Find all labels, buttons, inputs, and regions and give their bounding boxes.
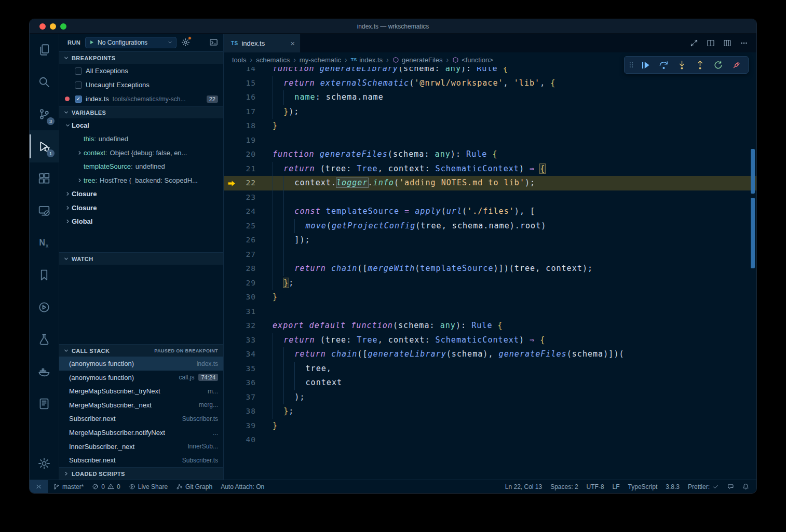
gutter[interactable]: 37 xyxy=(224,390,273,405)
gutter[interactable]: 16 xyxy=(224,90,273,105)
debug-console-button[interactable] xyxy=(209,38,218,47)
gutter[interactable]: 23 xyxy=(224,190,273,205)
code-line-35[interactable]: 35 tree, xyxy=(224,362,756,376)
status-cursor-position[interactable]: Ln 22, Col 13 xyxy=(501,480,546,493)
code-line-26[interactable]: 26 ]); xyxy=(224,233,756,248)
code-text[interactable]: name: schema.name xyxy=(273,90,756,105)
minimize-window-button[interactable] xyxy=(50,23,56,30)
stack-frame-row[interactable]: MergeMapSubscriber.notifyNext... xyxy=(59,426,223,440)
code-text[interactable]: context.logger.info('adding NOTES.md to … xyxy=(273,176,756,190)
stack-frame-row[interactable]: Subscriber.nextSubscriber.ts xyxy=(59,412,223,426)
code-line-33[interactable]: 33 return (tree: Tree, context: Schemati… xyxy=(224,333,756,348)
drag-handle-icon[interactable] xyxy=(627,59,635,71)
code-text[interactable]: return chain([mergeWith(templateSource)]… xyxy=(273,262,756,276)
gutter[interactable]: 29 xyxy=(224,276,273,291)
code-text[interactable]: }; xyxy=(273,276,756,291)
code-line-17[interactable]: 17 }); xyxy=(224,105,756,119)
code-line-36[interactable]: 36 context xyxy=(224,376,756,390)
gutter[interactable]: 30 xyxy=(224,290,273,305)
variable-row[interactable]: this:undefined xyxy=(59,132,223,146)
status-indentation[interactable]: Spaces: 2 xyxy=(546,480,582,493)
more-actions-button[interactable] xyxy=(737,36,751,50)
code-text[interactable]: ]); xyxy=(273,233,756,248)
code-text[interactable]: return (tree: Tree, context: SchematicCo… xyxy=(273,333,756,348)
activity-live-share[interactable] xyxy=(30,291,59,323)
step-into-button[interactable] xyxy=(673,57,691,73)
code-line-16[interactable]: 16 name: schema.name xyxy=(224,90,756,105)
status-feedback[interactable] xyxy=(723,480,738,493)
activity-docker[interactable] xyxy=(30,356,59,388)
gutter[interactable]: 27 xyxy=(224,248,273,262)
gutter[interactable]: 22 xyxy=(224,176,273,190)
debug-settings-button[interactable] xyxy=(181,38,190,47)
watch-header[interactable]: WATCH xyxy=(59,252,223,265)
status-git-branch[interactable]: master* xyxy=(49,480,88,493)
stack-frame-row[interactable]: MergeMapSubscriber._tryNextm... xyxy=(59,384,223,398)
breakpoint-row[interactable]: ✓index.tstools/schematics/my-sch...22 xyxy=(59,92,223,106)
zoom-window-button[interactable] xyxy=(60,23,66,30)
stack-frame-row[interactable]: (anonymous function)call.js74:24 xyxy=(59,371,223,385)
code-text[interactable]: } xyxy=(273,419,756,433)
code-line-38[interactable]: 38 }; xyxy=(224,404,756,419)
code-text[interactable]: } xyxy=(273,290,756,305)
variable-scope-row[interactable]: Local xyxy=(59,118,223,132)
status-typescript-version[interactable]: 3.8.3 xyxy=(661,480,684,493)
gutter[interactable]: 14 xyxy=(224,67,273,76)
launch-config-dropdown[interactable]: No Configurations xyxy=(85,37,177,48)
stack-frame-row[interactable]: InnerSubscriber._nextInnerSub... xyxy=(59,440,223,454)
variable-scope-row[interactable]: Closure xyxy=(59,187,223,201)
variable-row[interactable]: context:Object {debug: false, en... xyxy=(59,146,223,160)
code-line-15[interactable]: 15 return externalSchematic('@nrwl/works… xyxy=(224,76,756,91)
status-eol[interactable]: LF xyxy=(608,480,624,493)
breadcrumb-item[interactable]: generateFiles xyxy=(392,56,443,64)
gutter[interactable]: 28 xyxy=(224,262,273,276)
variable-row[interactable]: templateSource:undefined xyxy=(59,160,223,174)
code-line-40[interactable]: 40 xyxy=(224,433,756,447)
code-line-37[interactable]: 37 ); xyxy=(224,390,756,405)
gutter[interactable]: 35 xyxy=(224,362,273,376)
code-line-18[interactable]: 18} xyxy=(224,119,756,133)
status-git-graph[interactable]: Git Graph xyxy=(172,480,216,493)
gutter[interactable]: 25 xyxy=(224,219,273,234)
tab-index-ts[interactable]: TS index.ts × xyxy=(224,34,301,52)
code-text[interactable]: return (tree: Tree, context: SchematicCo… xyxy=(273,162,756,176)
code-line-32[interactable]: 32export default function(schema: any): … xyxy=(224,319,756,333)
close-tab-icon[interactable]: × xyxy=(290,39,295,47)
code-text[interactable] xyxy=(273,248,756,262)
gutter[interactable]: 34 xyxy=(224,347,273,362)
activity-manage[interactable] xyxy=(30,447,59,480)
gutter[interactable]: 15 xyxy=(224,76,273,91)
code-text[interactable]: ); xyxy=(273,390,756,405)
gutter[interactable]: 32 xyxy=(224,319,273,333)
status-auto-attach[interactable]: Auto Attach: On xyxy=(216,480,268,493)
code-text[interactable] xyxy=(273,305,756,319)
continue-button[interactable] xyxy=(636,57,655,73)
code-line-22[interactable]: 22 context.logger.info('adding NOTES.md … xyxy=(224,176,756,190)
code-line-23[interactable]: 23 xyxy=(224,190,756,205)
close-window-button[interactable] xyxy=(39,23,46,30)
overview-ruler[interactable] xyxy=(749,67,756,480)
code-line-21[interactable]: 21 return (tree: Tree, context: Schemati… xyxy=(224,162,756,176)
stack-frame-row[interactable]: MergeMapSubscriber._nextmerg... xyxy=(59,398,223,412)
code-text[interactable]: }); xyxy=(273,105,756,119)
activity-bookmarks[interactable] xyxy=(30,259,59,291)
code-text[interactable]: move(getProjectConfig(tree, schema.name)… xyxy=(273,219,756,234)
step-over-button[interactable] xyxy=(655,57,673,73)
breakpoint-row[interactable]: Uncaught Exceptions xyxy=(59,78,223,92)
gutter[interactable]: 20 xyxy=(224,147,273,162)
restart-button[interactable] xyxy=(709,57,727,73)
code-line-28[interactable]: 28 return chain([mergeWith(templateSourc… xyxy=(224,262,756,276)
code-line-24[interactable]: 24 const templateSource = apply(url('./f… xyxy=(224,204,756,219)
gutter[interactable]: 19 xyxy=(224,133,273,148)
loaded-scripts-header[interactable]: LOADED SCRIPTS xyxy=(59,467,223,480)
status-remote-indicator[interactable] xyxy=(30,480,48,493)
activity-extensions[interactable] xyxy=(30,162,59,195)
customize-layout-button[interactable] xyxy=(720,36,735,50)
status-problems[interactable]: 00 xyxy=(88,480,124,493)
gutter[interactable]: 39 xyxy=(224,419,273,433)
breakpoint-row[interactable]: All Exceptions xyxy=(59,64,223,78)
breadcrumb-item[interactable]: <function> xyxy=(452,56,493,64)
variable-scope-row[interactable]: Global xyxy=(59,215,223,229)
gutter[interactable]: 17 xyxy=(224,105,273,119)
code-text[interactable]: return externalSchematic('@nrwl/workspac… xyxy=(273,76,756,91)
